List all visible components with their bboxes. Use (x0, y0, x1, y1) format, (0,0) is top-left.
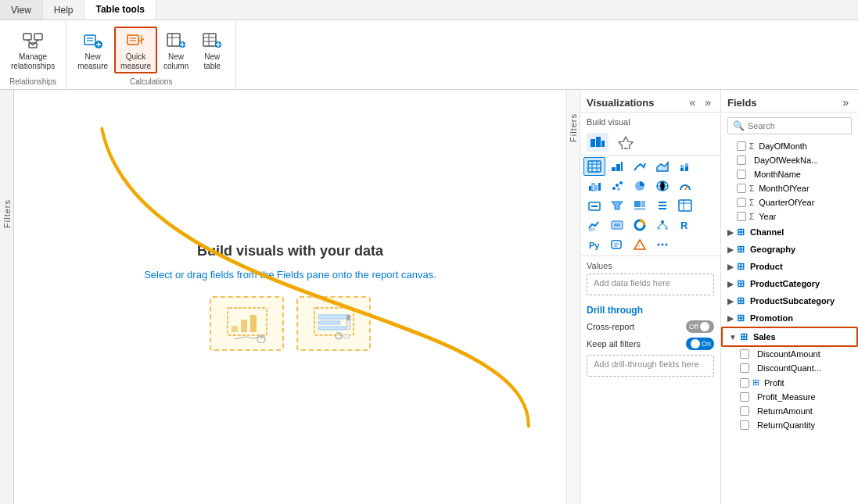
svg-rect-53 (680, 168, 684, 171)
calculations-group-label: Calculations (73, 77, 229, 86)
viz-build-tab[interactable] (587, 133, 608, 152)
svg-rect-43 (601, 141, 605, 147)
viz-icon-donut[interactable] (629, 216, 651, 234)
field-profit-measure[interactable]: Profit_Measure (721, 390, 858, 404)
viz-icon-map[interactable] (652, 177, 673, 195)
quick-measure-button[interactable]: Quickmeasure (114, 27, 157, 73)
field-checkbox[interactable] (740, 378, 749, 388)
viz-icon-pie[interactable] (629, 177, 651, 195)
viz-icon-custom1[interactable] (606, 235, 628, 254)
tab-help[interactable]: Help (43, 0, 85, 20)
ribbon-relationships-group: Managerelationships Relationships (0, 20, 66, 89)
filters-toggle[interactable]: Filters (0, 90, 14, 504)
viz-icon-table[interactable] (583, 157, 605, 176)
viz-icon-treemap[interactable] (629, 196, 651, 215)
group-product[interactable]: ▶ ⊞ Product (721, 258, 858, 275)
viz-panel-collapse-left[interactable]: « (686, 96, 698, 109)
field-label: DiscountAmount (757, 349, 820, 359)
viz-icon-slicer[interactable] (652, 196, 673, 215)
group-promotion[interactable]: ▶ ⊞ Promotion (721, 309, 858, 327)
field-label: Profit (764, 378, 784, 388)
visualizations-panel: Visualizations « » Build visual (580, 90, 721, 504)
table-icon: ⊞ (737, 278, 745, 289)
group-sales[interactable]: ▼ ⊞ Sales (721, 327, 858, 347)
svg-rect-40 (343, 334, 350, 338)
field-monthname[interactable]: MonthName (721, 167, 858, 181)
viz-icon-ribbon[interactable] (606, 216, 628, 234)
tab-view[interactable]: View (0, 0, 43, 20)
field-checkbox[interactable] (740, 392, 749, 402)
field-dayofweekna[interactable]: DayOfWeekNa... (721, 153, 858, 167)
field-dayofmonth[interactable]: Σ DayOfMonth (721, 139, 858, 153)
drill-dropzone[interactable]: Add drill-through fields here (587, 355, 714, 377)
new-table-button[interactable]: Newtable (195, 27, 229, 73)
svg-point-64 (617, 188, 620, 191)
new-column-button[interactable]: Newcolumn (159, 27, 193, 73)
field-discountquant[interactable]: DiscountQuant... (721, 361, 858, 375)
field-checkbox[interactable] (737, 212, 746, 221)
viz-icon-line[interactable] (629, 157, 651, 176)
viz-icon-decomp[interactable] (652, 216, 673, 234)
viz-icon-bar[interactable] (606, 157, 628, 176)
placeholder-icon-2 (296, 296, 371, 351)
field-returnquantity[interactable]: ReturnQuantity (721, 418, 858, 432)
chevron-icon: ▶ (727, 263, 734, 271)
svg-text:Py: Py (589, 241, 600, 250)
viz-icon-area[interactable] (652, 157, 673, 176)
field-monthofyear[interactable]: Σ MonthOfYear (721, 181, 858, 195)
canvas-title: Build visuals with your data (197, 243, 383, 259)
search-box[interactable]: 🔍 (727, 117, 852, 134)
tab-table-tools[interactable]: Table tools (84, 0, 156, 20)
field-quarterofyear[interactable]: Σ QuarterOfYear (721, 195, 858, 209)
field-checkbox[interactable] (740, 406, 749, 416)
keep-filters-toggle[interactable]: On (686, 338, 714, 350)
new-measure-button[interactable]: Newmeasure (73, 27, 113, 73)
viz-icon-more[interactable] (652, 235, 673, 254)
viz-icon-ai[interactable]: ! (629, 235, 651, 254)
svg-point-88 (665, 227, 668, 230)
field-returnamount[interactable]: ReturnAmount (721, 404, 858, 418)
search-input[interactable] (748, 121, 856, 130)
viz-icon-stacked-bar[interactable] (674, 157, 696, 176)
field-checkbox[interactable] (737, 184, 746, 193)
values-dropzone[interactable]: Add data fields here (587, 273, 714, 295)
new-table-label: Newtable (203, 52, 221, 71)
viz-icon-kpi[interactable]: KPI (583, 216, 605, 234)
viz-panel-title: Visualizations (587, 97, 654, 109)
group-geography[interactable]: ▶ ⊞ Geography (721, 241, 858, 258)
field-year[interactable]: Σ Year (721, 209, 858, 223)
field-discountamount[interactable]: DiscountAmount (721, 347, 858, 361)
viz-icon-card[interactable] (583, 196, 605, 215)
filters-side-panel[interactable]: Filters (566, 90, 580, 504)
field-checkbox[interactable] (737, 198, 746, 207)
sigma-icon: Σ (749, 142, 754, 151)
group-productcategory[interactable]: ▶ ⊞ ProductCategory (721, 275, 858, 292)
field-checkbox[interactable] (737, 155, 746, 165)
group-channel[interactable]: ▶ ⊞ Channel (721, 223, 858, 241)
viz-icon-waterfall[interactable] (583, 177, 605, 195)
field-checkbox[interactable] (740, 363, 749, 373)
svg-point-62 (616, 184, 619, 187)
viz-icon-funnel[interactable] (606, 196, 628, 215)
group-productsubcategory[interactable]: ▶ ⊞ ProductSubcategory (721, 292, 858, 309)
svg-rect-58 (592, 184, 594, 191)
viz-icon-scatter[interactable] (606, 177, 628, 195)
fields-panel-collapse[interactable]: » (839, 96, 852, 109)
viz-format-tab[interactable] (615, 133, 637, 152)
viz-icon-gauge[interactable] (674, 177, 696, 195)
cross-report-toggle[interactable]: Off (686, 320, 714, 333)
field-checkbox[interactable] (740, 420, 749, 430)
field-checkbox[interactable] (737, 141, 746, 151)
table-icon: ⊞ (740, 331, 748, 342)
field-checkbox[interactable] (740, 349, 749, 359)
report-canvas[interactable]: Build visuals with your data Select or d… (14, 90, 566, 504)
svg-text:KPI: KPI (589, 227, 595, 231)
viz-icon-r[interactable]: R (674, 216, 696, 234)
viz-icon-python[interactable]: Py (583, 235, 605, 254)
manage-relationships-button[interactable]: Managerelationships (6, 27, 59, 73)
viz-icon-matrix[interactable] (674, 196, 696, 215)
svg-point-68 (660, 181, 665, 191)
field-profit[interactable]: ⊞ Profit (721, 375, 858, 390)
field-checkbox[interactable] (737, 170, 746, 179)
viz-panel-collapse-right[interactable]: » (702, 96, 714, 109)
